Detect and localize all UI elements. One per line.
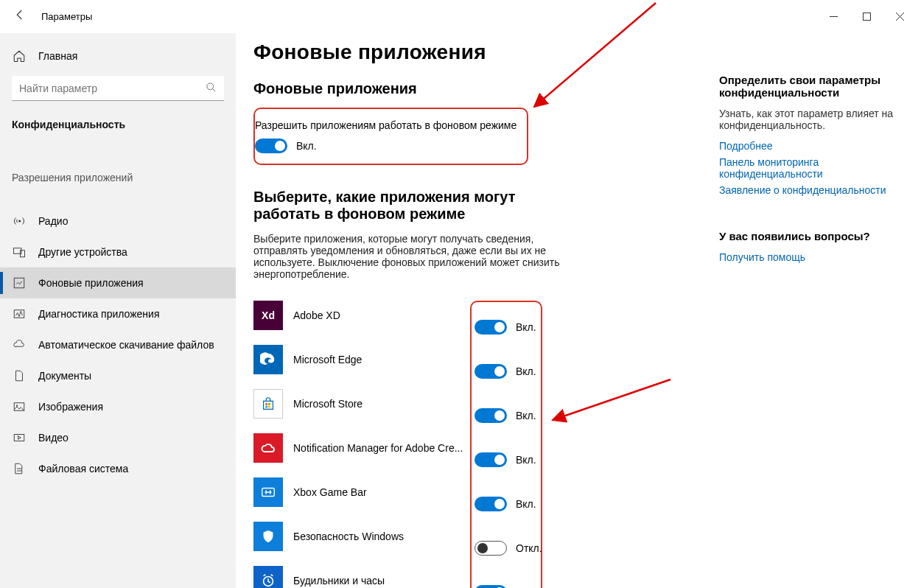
sidebar-item-label: Изображения (38, 401, 103, 413)
svg-rect-13 (268, 406, 270, 408)
background-apps-icon (12, 276, 27, 290)
page-title: Фоновые приложения (253, 41, 697, 64)
sidebar-item-background-apps[interactable]: Фоновые приложения (0, 267, 236, 298)
radio-icon (12, 214, 27, 228)
app-row[interactable]: Xbox Game Bar (253, 470, 470, 514)
back-button[interactable] (13, 8, 27, 25)
images-icon (12, 399, 27, 414)
close-icon (896, 13, 904, 21)
choose-description: Выберите приложения, которые могут получ… (253, 233, 563, 280)
maximize-icon (863, 13, 871, 21)
app-toggle-row: Вкл. (474, 393, 538, 438)
app-toggle[interactable] (474, 585, 507, 588)
app-toggle-state: Вкл. (516, 321, 536, 333)
app-name-column: XdAdobe XDMicrosoft EdgeMicrosoft StoreN… (253, 293, 470, 588)
app-row[interactable]: Notification Manager for Adobe Cre... (253, 426, 470, 470)
right-heading-1: Определить свои параметры конфиденциальн… (719, 74, 909, 99)
maximize-button[interactable] (850, 6, 883, 28)
minimize-icon (830, 13, 838, 21)
sidebar-item-other-devices[interactable]: Другие устройства (0, 237, 236, 267)
svg-rect-11 (268, 403, 270, 405)
app-toggle-state: Вкл. (516, 498, 536, 510)
devices-icon (12, 245, 27, 259)
link-learn-more[interactable]: Подробнее (719, 140, 909, 152)
sidebar-item-label: Файловая система (38, 463, 128, 475)
home-icon (12, 49, 27, 63)
svg-point-8 (16, 405, 18, 406)
app-toggle-state: Вкл. (516, 454, 536, 466)
app-toggle[interactable] (474, 320, 507, 335)
right-column: Определить свои параметры конфиденциальн… (715, 33, 921, 588)
app-row[interactable]: Microsoft Store (253, 382, 470, 426)
app-toggle[interactable] (474, 452, 507, 467)
app-row[interactable]: Безопасность Windows (253, 514, 470, 559)
svg-rect-10 (265, 403, 267, 405)
app-name-label: Будильники и часы (293, 575, 385, 587)
app-toggle-row: Вкл. (474, 482, 538, 526)
master-toggle-state: Вкл. (296, 140, 317, 152)
arrow-left-icon (13, 8, 27, 21)
window-header: Параметры (0, 0, 921, 33)
sidebar-item-label: Фоновые приложения (38, 277, 144, 289)
store-icon (253, 389, 283, 419)
master-toggle[interactable] (255, 139, 287, 153)
minimize-button[interactable] (817, 6, 850, 28)
header-title: Параметры (41, 11, 92, 22)
app-row[interactable]: Microsoft Edge (253, 337, 470, 382)
sidebar-group-label: Разрешения приложений (0, 164, 236, 183)
link-privacy-dashboard[interactable]: Панель мониторинга конфиденциальности (719, 156, 909, 180)
sidebar-home-label: Главная (38, 50, 77, 62)
sidebar-item-images[interactable]: Изображения (0, 391, 236, 422)
sidebar-item-radio[interactable]: Радио (0, 206, 236, 237)
window-controls (817, 6, 917, 28)
svg-point-2 (18, 220, 21, 223)
app-toggle-state: Вкл. (516, 365, 536, 377)
cloud-download-icon (12, 337, 27, 352)
app-toggle-state: Откл. (516, 542, 542, 554)
sidebar-item-diagnostics[interactable]: Диагностика приложения (0, 298, 236, 329)
xbox-icon (253, 477, 283, 507)
document-icon (12, 368, 27, 383)
sidebar-item-documents[interactable]: Документы (0, 360, 236, 391)
right-heading-2: У вас появились вопросы? (719, 230, 909, 242)
app-toggle[interactable] (474, 364, 507, 379)
app-row[interactable]: Будильники и часы (253, 559, 470, 588)
app-name-label: Microsoft Store (293, 398, 363, 410)
creative-cloud-icon (253, 433, 283, 463)
sidebar-item-video[interactable]: Видео (0, 422, 236, 453)
app-toggle-row: Вкл. (474, 349, 538, 393)
svg-rect-12 (265, 406, 267, 408)
app-toggle-state: Вкл. (516, 410, 536, 421)
sidebar-item-label: Диагностика приложения (38, 308, 159, 320)
filesystem-icon (12, 461, 27, 476)
app-toggle-row: Вкл. (474, 438, 538, 482)
app-toggle[interactable] (474, 497, 507, 511)
sidebar-item-filesystem[interactable]: Файловая система (0, 453, 236, 484)
diagnostics-icon (12, 307, 27, 321)
link-privacy-statement[interactable]: Заявление о конфиденциальности (719, 184, 909, 196)
sidebar: Главная Конфиденциальность Разрешения пр… (0, 33, 236, 588)
choose-heading: Выберите, какие приложения могут работат… (253, 189, 578, 223)
alarm-icon (253, 566, 283, 588)
app-toggle[interactable] (474, 541, 507, 556)
svg-rect-9 (14, 435, 24, 441)
app-name-label: Xbox Game Bar (293, 486, 367, 498)
app-name-label: Notification Manager for Adobe Cre... (293, 442, 463, 454)
edge-icon (253, 345, 283, 374)
section-heading: Фоновые приложения (253, 80, 697, 97)
app-toggle-column: Вкл.Вкл.Вкл.Вкл.Вкл.Откл.Вкл. (470, 301, 542, 588)
sidebar-item-label: Документы (38, 370, 91, 382)
app-row[interactable]: XdAdobe XD (253, 293, 470, 337)
search-input[interactable] (12, 76, 224, 101)
app-toggle-row: Откл. (474, 526, 538, 570)
link-get-help[interactable]: Получить помощь (719, 251, 909, 263)
app-name-label: Безопасность Windows (293, 531, 404, 542)
app-toggle[interactable] (474, 408, 507, 423)
svg-rect-5 (14, 278, 24, 288)
sidebar-item-auto-download[interactable]: Автоматическое скачивание файлов (0, 329, 236, 360)
main-content: Фоновые приложения Фоновые приложения Ра… (236, 33, 715, 588)
close-button[interactable] (883, 6, 917, 28)
sidebar-item-label: Видео (38, 432, 69, 444)
app-toggle-row: Вкл. (474, 570, 538, 588)
sidebar-home[interactable]: Главная (0, 41, 236, 71)
